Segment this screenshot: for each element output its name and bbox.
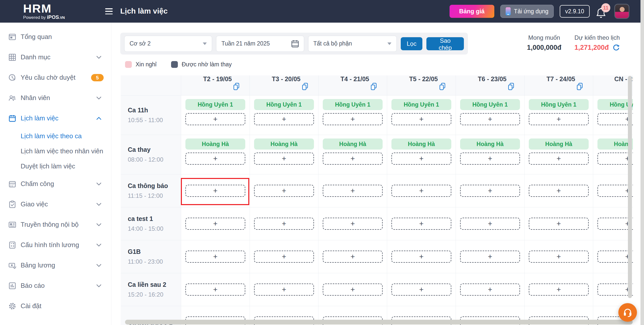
assignee-chip[interactable]: Hồng Uyên 1 (391, 99, 451, 110)
assignee-chip[interactable]: Hoàng Hà (460, 138, 520, 150)
sidebar-item-employees[interactable]: Nhân viên (0, 88, 111, 108)
sidebar-item-internal-comms[interactable]: Truyền thông nội bộ (0, 214, 111, 235)
copy-button[interactable]: Sao chép (426, 37, 464, 50)
shift-day-cell: + (318, 273, 387, 306)
sidebar-item-salary-config[interactable]: Cấu hình tính lương (0, 235, 111, 255)
add-shift-button[interactable]: + (460, 113, 520, 125)
add-shift-button[interactable]: + (254, 185, 314, 197)
sidebar-item-overview[interactable]: Tổng quan (0, 27, 111, 47)
table-horizontal-scrollbar[interactable] (125, 320, 633, 324)
menu-toggle-icon[interactable] (105, 8, 113, 14)
week-picker[interactable]: Tuần 21 năm 2025 (216, 36, 304, 52)
assignee-chip[interactable]: Hồng Uyên 1 (185, 99, 245, 110)
add-shift-button[interactable]: + (391, 153, 451, 165)
add-shift-button[interactable]: + (597, 113, 633, 125)
table-vertical-scrollbar[interactable] (628, 76, 632, 298)
sidebar-item-reports[interactable]: Báo cáo (0, 275, 111, 296)
add-shift-button[interactable]: + (529, 218, 589, 230)
add-shift-button[interactable]: + (529, 251, 589, 263)
add-shift-button[interactable]: + (254, 218, 314, 230)
add-shift-button[interactable]: + (185, 218, 245, 230)
sidebar-item-pending-requests[interactable]: Yêu cầu chờ duyệt 5 (0, 67, 111, 88)
sidebar-item-attendance[interactable]: Chấm công (0, 174, 111, 194)
notifications-button[interactable]: 11 (596, 4, 608, 19)
sidebar-item-schedule-by-shift[interactable]: Lịch làm việc theo ca (0, 128, 111, 144)
assignee-chip[interactable]: Hoàng Hà (529, 138, 589, 150)
sidebar-item-schedule-approval[interactable]: Duyệt lịch làm việc (0, 159, 111, 174)
add-shift-button[interactable]: + (254, 113, 314, 125)
add-shift-button[interactable]: + (460, 153, 520, 165)
copy-day-icon[interactable] (439, 83, 446, 90)
add-shift-button[interactable]: + (460, 284, 520, 296)
shift-day-cell: Hoàng Hà+ (456, 135, 525, 174)
add-shift-button[interactable]: + (529, 113, 589, 125)
assignee-chip[interactable]: Hoàng Hà (254, 138, 314, 150)
pricing-button[interactable]: Bảng giá (450, 5, 494, 18)
add-shift-button[interactable]: + (391, 218, 451, 230)
assignee-chip[interactable]: Hồng Uyên 1 (254, 99, 314, 110)
add-shift-button[interactable]: + (391, 185, 451, 197)
assignee-chip[interactable]: Hoàng Hà (597, 138, 633, 150)
version-badge[interactable]: v2.9.10 (560, 5, 590, 18)
add-shift-button[interactable]: + (323, 218, 383, 230)
page-scrollbar[interactable] (640, 0, 644, 325)
sidebar-item-settings[interactable]: Cài đặt (0, 296, 111, 316)
add-shift-button[interactable]: + (460, 185, 520, 197)
add-shift-button[interactable]: + (597, 218, 633, 230)
department-select[interactable]: Tất cả bộ phận (308, 36, 397, 52)
assignee-chip[interactable]: Hoàng Hà (323, 138, 383, 150)
download-app-button[interactable]: Tải ứng dụng (500, 5, 554, 18)
assignee-chip[interactable]: Hồng Uyên 1 (323, 99, 383, 110)
copy-day-icon[interactable] (370, 83, 377, 90)
add-shift-button[interactable]: + (460, 218, 520, 230)
add-shift-button[interactable]: + (323, 251, 383, 263)
add-shift-button[interactable]: + (597, 185, 633, 197)
add-shift-button[interactable]: + (323, 153, 383, 165)
clock-icon (9, 74, 16, 81)
facility-select[interactable]: Cơ sở 2 (124, 36, 212, 52)
add-shift-button[interactable]: + (391, 251, 451, 263)
copy-day-icon[interactable] (302, 83, 308, 90)
add-shift-button[interactable]: + (323, 113, 383, 125)
avatar[interactable] (614, 4, 629, 19)
legend-item: Xin nghỉ (125, 61, 156, 68)
shift-day-cell: + (593, 240, 633, 273)
add-shift-button[interactable]: + (597, 153, 633, 165)
sidebar-item-schedule-by-employee[interactable]: Lịch làm việc theo nhân viên (0, 144, 111, 159)
add-shift-button[interactable]: + (529, 153, 589, 165)
add-shift-button[interactable]: + (185, 113, 245, 125)
assignee-chip[interactable]: Hoàng Hà (185, 138, 245, 150)
add-shift-button[interactable]: + (185, 284, 245, 296)
assignee-chip[interactable]: Hoàng Hà (391, 138, 451, 150)
copy-day-icon[interactable] (576, 83, 583, 90)
copy-day-icon[interactable] (233, 83, 240, 90)
add-shift-button[interactable]: + (529, 185, 589, 197)
add-shift-button[interactable]: + (185, 185, 245, 197)
sidebar-item-categories[interactable]: Danh mục (0, 47, 111, 67)
assignee-chip[interactable]: Hồng Uyên 1 (460, 99, 520, 110)
add-shift-button[interactable]: + (597, 251, 633, 263)
assignee-chip[interactable]: Hồng Uyên 1 (529, 99, 589, 110)
sidebar-item-work-schedule[interactable]: Lịch làm việc (0, 108, 111, 128)
add-shift-button[interactable]: + (185, 251, 245, 263)
add-shift-button[interactable]: + (323, 185, 383, 197)
shift-row: Ca liền sau 2 15:20 - 16:20 +++++++ (121, 273, 633, 306)
copy-day-icon[interactable] (508, 83, 514, 90)
add-shift-button[interactable]: + (323, 284, 383, 296)
add-shift-button[interactable]: + (185, 153, 245, 165)
filter-button[interactable]: Lọc (401, 37, 423, 50)
add-shift-button[interactable]: + (529, 284, 589, 296)
add-shift-button[interactable]: + (391, 284, 451, 296)
add-shift-button[interactable]: + (460, 251, 520, 263)
add-shift-button[interactable]: + (254, 153, 314, 165)
refresh-icon[interactable] (612, 44, 620, 52)
add-shift-button[interactable]: + (254, 251, 314, 263)
sidebar-item-payroll[interactable]: Bảng lương (0, 255, 111, 275)
assignee-chip[interactable]: Hồng Uyên 1 (597, 99, 633, 110)
add-shift-button[interactable]: + (391, 113, 451, 125)
support-button[interactable] (618, 303, 637, 322)
add-shift-button[interactable]: + (597, 284, 633, 296)
sidebar-item-label: Danh mục (21, 53, 51, 61)
sidebar-item-tasks[interactable]: Giao việc (0, 194, 111, 214)
add-shift-button[interactable]: + (254, 284, 314, 296)
